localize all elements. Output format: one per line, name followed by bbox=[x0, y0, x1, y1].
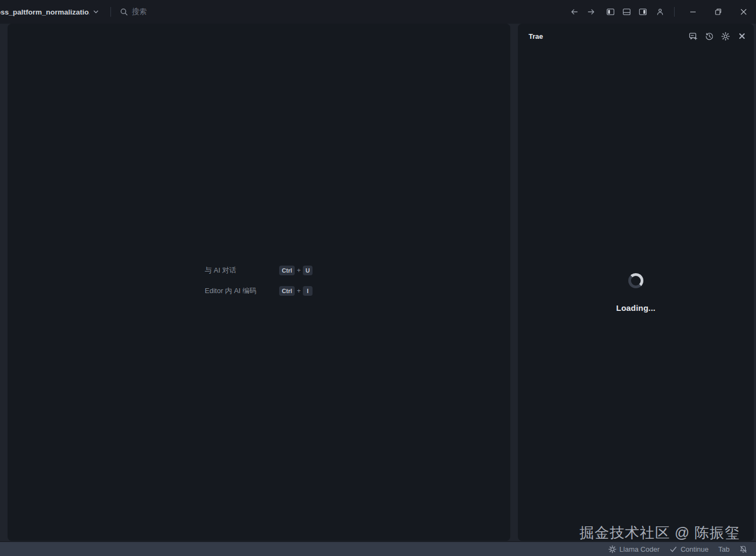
statusbar-continue[interactable]: Continue bbox=[669, 542, 709, 556]
toggle-bottom-panel-icon[interactable] bbox=[622, 8, 631, 16]
new-chat-icon[interactable] bbox=[689, 32, 698, 41]
keycap-ctrl: Ctrl bbox=[279, 266, 295, 275]
continue-label: Continue bbox=[681, 545, 709, 553]
search-placeholder: 搜索 bbox=[132, 7, 147, 17]
chevron-down-icon[interactable] bbox=[93, 8, 99, 16]
community-watermark: 掘金技术社区 @ 陈振玺 bbox=[580, 523, 740, 543]
titlebar-right-controls bbox=[570, 0, 756, 24]
restore-icon[interactable] bbox=[714, 8, 723, 16]
project-name: oss_paltform_normalizatio... bbox=[0, 7, 89, 17]
notifications-muted-icon[interactable] bbox=[739, 542, 747, 556]
project-switcher[interactable]: oss_paltform_normalizatio... bbox=[0, 6, 89, 17]
nav-back-icon[interactable] bbox=[570, 8, 579, 16]
loading-spinner-icon bbox=[628, 273, 643, 288]
tab-label: Tab bbox=[718, 545, 730, 553]
titlebar-divider bbox=[110, 7, 111, 17]
status-bar: Llama Coder Continue Tab bbox=[0, 541, 756, 556]
key-separator: + bbox=[297, 287, 301, 295]
key-separator: + bbox=[297, 267, 301, 274]
minimize-icon[interactable] bbox=[689, 8, 697, 16]
llama-coder-label: Llama Coder bbox=[620, 545, 660, 553]
close-window-icon[interactable] bbox=[739, 8, 748, 16]
statusbar-llama-coder[interactable]: Llama Coder bbox=[608, 542, 660, 556]
search-icon bbox=[120, 8, 128, 16]
history-icon[interactable] bbox=[705, 32, 714, 41]
loading-indicator: Loading... bbox=[518, 273, 754, 312]
settings-gear-icon[interactable] bbox=[721, 32, 730, 41]
keycap-ctrl: Ctrl bbox=[279, 286, 295, 296]
check-icon bbox=[669, 545, 677, 553]
shortcut-label: Editor 内 AI 编码 bbox=[205, 286, 256, 296]
close-panel-icon[interactable] bbox=[737, 32, 746, 41]
search-input[interactable]: 搜索 bbox=[120, 7, 147, 17]
toggle-right-sidebar-icon[interactable] bbox=[639, 8, 647, 16]
titlebar-divider bbox=[674, 7, 675, 17]
editor-panel: 与 AI 对话 Ctrl + U Editor 内 AI 编码 Ctrl + I bbox=[8, 24, 510, 541]
ai-chat-panel: Trae bbox=[518, 24, 754, 541]
loading-text: Loading... bbox=[616, 303, 656, 312]
chip-icon bbox=[608, 545, 616, 553]
statusbar-tab[interactable]: Tab bbox=[718, 542, 730, 556]
editor-shortcut-hints: 与 AI 对话 Ctrl + U Editor 内 AI 编码 Ctrl + I bbox=[205, 266, 313, 296]
ai-panel-header: Trae bbox=[518, 24, 754, 48]
shortcut-label: 与 AI 对话 bbox=[205, 266, 237, 275]
shortcut-row-ai-chat: 与 AI 对话 Ctrl + U bbox=[205, 266, 313, 275]
toggle-left-sidebar-icon[interactable] bbox=[606, 8, 615, 16]
shortcut-row-inline-edit: Editor 内 AI 编码 Ctrl + I bbox=[205, 286, 313, 296]
keycap-i: I bbox=[303, 286, 313, 296]
ai-panel-title: Trae bbox=[529, 32, 543, 40]
title-bar: oss_paltform_normalizatio... 搜索 bbox=[0, 0, 756, 24]
account-icon[interactable] bbox=[656, 8, 664, 16]
keycap-u: U bbox=[303, 266, 313, 275]
nav-forward-icon[interactable] bbox=[587, 8, 595, 16]
